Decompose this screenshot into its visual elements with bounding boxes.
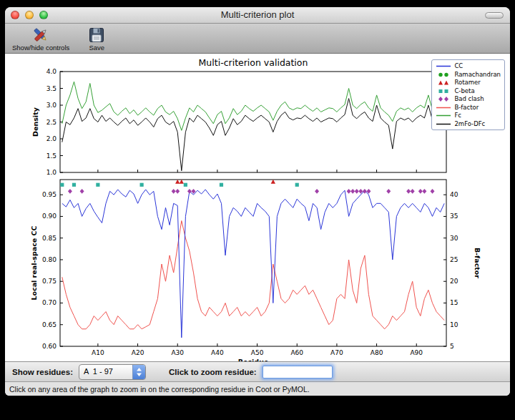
line-legend-symbol xyxy=(436,117,451,130)
y-tick-label: 0.65 xyxy=(42,321,57,328)
x-tick-label: A80 xyxy=(371,349,383,356)
series-B-factor xyxy=(62,221,444,329)
cc-axis-label: Local real-space CC xyxy=(30,225,38,300)
y-tick-label: 0.80 xyxy=(42,256,57,263)
c-beta-marker xyxy=(96,183,99,187)
bad-clash-marker xyxy=(172,189,176,194)
y-tick-label: 0.95 xyxy=(42,191,57,198)
y-tick-label: 1.0 xyxy=(46,169,57,176)
zoom-residue-label: Click to zoom residue: xyxy=(169,368,257,376)
zoom-residue-input[interactable] xyxy=(263,366,333,379)
bfactor-axis-label: B-factor xyxy=(474,248,481,278)
y-tick-label: 3.0 xyxy=(46,102,57,109)
y-tick-label: 0.70 xyxy=(42,299,57,306)
bad-clash-marker xyxy=(355,189,359,194)
legend-label: Fc xyxy=(454,112,461,119)
x-tick-label: A40 xyxy=(211,349,224,356)
rotamer-marker xyxy=(175,180,180,184)
app-window: Multi-criterion plot Show/hide controls xyxy=(5,7,510,396)
rotamer-marker xyxy=(271,180,275,184)
bad-clash-marker xyxy=(422,189,426,194)
c-beta-marker xyxy=(60,183,64,187)
y-tick-label: 0.75 xyxy=(42,278,57,285)
y-tick-label: 0.60 xyxy=(42,343,57,350)
tools-icon xyxy=(31,26,51,44)
x-tick-label: A30 xyxy=(171,349,184,356)
bottom-plot-frame[interactable] xyxy=(60,180,446,346)
x-tick-label: A60 xyxy=(290,349,303,356)
legend-label: Rotamer xyxy=(454,79,480,86)
y-tick-label: 0.85 xyxy=(42,235,57,242)
y-tick-label: 1.5 xyxy=(46,152,57,160)
top-plot-frame[interactable] xyxy=(60,72,446,172)
y-tick-label: 2.0 xyxy=(46,135,57,142)
density-axis-label: Density xyxy=(31,107,39,137)
bad-clash-marker xyxy=(406,189,411,194)
controls-bar: Show residues: A 1 - 97 Click to zoom re… xyxy=(5,361,510,381)
bad-clash-marker xyxy=(418,189,423,194)
y-tick-label: 0.90 xyxy=(42,213,57,220)
status-text: Click on any area of the graph to zoom i… xyxy=(9,385,310,394)
x-tick-label: A20 xyxy=(132,349,144,356)
residue-axis-label: Residue xyxy=(238,358,269,361)
plot-canvas[interactable]: 1.01.52.02.53.03.54.00.600.650.700.750.8… xyxy=(5,54,510,361)
y-tick-label: 20 xyxy=(450,278,458,285)
x-tick-label: A50 xyxy=(251,349,264,356)
bad-clash-marker xyxy=(431,189,435,194)
bad-clash-marker xyxy=(350,189,355,194)
series-Fc xyxy=(62,82,444,130)
chart-title: Multi-criterion validation xyxy=(199,57,308,68)
bad-clash-marker xyxy=(68,189,72,194)
plot-legend: CCRamachandranRotamerC-betaBad clashB-fa… xyxy=(431,59,505,130)
x-tick-label: A10 xyxy=(92,349,104,356)
legend-label: Ramachandran xyxy=(454,71,501,78)
bad-clash-marker xyxy=(315,189,319,194)
legend-label: CC xyxy=(454,62,463,69)
y-tick-label: 15 xyxy=(450,299,458,306)
c-beta-marker xyxy=(220,183,223,187)
residue-range-select[interactable]: A 1 - 97 xyxy=(79,364,146,380)
series-CC xyxy=(62,190,444,338)
toolbar-item-label: Show/hide controls xyxy=(12,44,69,52)
bad-clash-marker xyxy=(347,189,351,194)
c-beta-marker xyxy=(72,183,76,187)
y-tick-label: 40 xyxy=(450,191,458,198)
legend-entry: 2mFo-DFc xyxy=(436,120,501,128)
c-beta-marker xyxy=(140,183,144,187)
bad-clash-marker xyxy=(175,189,180,194)
stepper-arrows-icon xyxy=(132,365,145,379)
y-tick-label: 10 xyxy=(450,321,458,328)
y-tick-label: 30 xyxy=(450,235,458,242)
bad-clash-marker xyxy=(80,189,84,194)
titlebar[interactable]: Multi-criterion plot xyxy=(5,7,510,24)
bad-clash-marker xyxy=(411,189,415,194)
bad-clash-marker xyxy=(386,189,391,194)
legend-label: B-factor xyxy=(454,104,479,111)
legend-label: Bad clash xyxy=(454,95,484,102)
x-tick-label: A70 xyxy=(330,349,343,356)
x-tick-label: A90 xyxy=(410,349,423,356)
window-title: Multi-criterion plot xyxy=(5,9,510,20)
show-hide-controls-button[interactable]: Show/hide controls xyxy=(12,26,69,52)
rotamer-marker xyxy=(180,180,184,184)
legend-label: C-beta xyxy=(454,87,474,94)
desktop: { "window": { "title": "Multi-criterion … xyxy=(0,0,515,420)
toolbar: Show/hide controls Save xyxy=(5,24,510,54)
bad-clash-marker xyxy=(363,189,367,194)
y-tick-label: 5 xyxy=(450,343,454,350)
c-beta-marker xyxy=(295,183,299,187)
legend-label: 2mFo-DFc xyxy=(454,120,485,127)
y-tick-label: 25 xyxy=(450,256,458,263)
status-bar: Click on any area of the graph to zoom i… xyxy=(5,381,510,396)
y-tick-label: 3.5 xyxy=(46,85,57,92)
toolbar-item-label: Save xyxy=(89,44,104,52)
y-tick-label: 2.5 xyxy=(46,119,57,126)
residue-range-value: A 1 - 97 xyxy=(79,365,132,379)
toolbar-toggle-button[interactable] xyxy=(485,12,504,19)
save-icon xyxy=(87,26,107,44)
show-residues-label: Show residues: xyxy=(12,368,73,376)
y-tick-label: 35 xyxy=(450,213,458,220)
c-beta-marker xyxy=(184,183,187,187)
save-button[interactable]: Save xyxy=(87,26,107,52)
y-tick-label: 4.0 xyxy=(46,68,57,75)
